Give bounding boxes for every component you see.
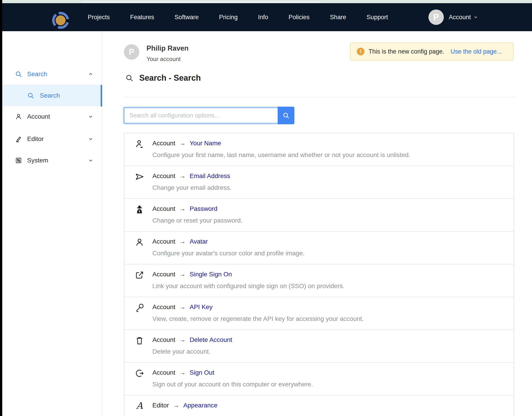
chevron-down-icon — [88, 158, 94, 163]
sidebar-item-editor[interactable]: Editor — [2, 133, 102, 144]
search-icon — [282, 112, 290, 119]
arrow-icon: → — [175, 303, 190, 311]
arrow-icon: → — [175, 172, 190, 180]
result-link[interactable]: Your Name — [190, 140, 221, 147]
main-content: P Philip Raven Your account ! This is th… — [102, 31, 532, 416]
result-description: View, create, remove or regenerate the A… — [152, 315, 364, 322]
result-link[interactable]: Password — [190, 205, 217, 212]
sidebar-item-search[interactable]: Search — [2, 69, 102, 80]
sidebar-item-account[interactable]: Account — [2, 111, 102, 122]
active-indicator-bar — [101, 85, 102, 106]
search-result-row[interactable]: Editor → Appearance — [124, 396, 514, 416]
nav-link-pricing[interactable]: Pricing — [219, 14, 238, 21]
nav-link-support[interactable]: Support — [367, 14, 388, 21]
search-icon — [125, 74, 133, 82]
result-link[interactable]: Avatar — [190, 238, 208, 245]
result-title: Account → Your Name — [152, 140, 221, 147]
chevron-down-icon — [88, 136, 94, 142]
user-icon — [15, 113, 22, 120]
app-logo-icon[interactable] — [52, 11, 70, 29]
result-link[interactable]: Appearance — [183, 402, 217, 409]
chevron-down-icon — [473, 15, 478, 20]
nav-link-software[interactable]: Software — [174, 14, 199, 21]
avatar: P — [428, 9, 444, 25]
nav-link-projects[interactable]: Projects — [88, 14, 110, 21]
arrow-icon: → — [175, 238, 190, 245]
result-description: Link your account with configured single… — [152, 283, 345, 290]
result-category: Account — [152, 140, 175, 147]
result-description: Sign out of your account on this compute… — [152, 381, 313, 388]
search-result-row[interactable]: Account → Avatar Configure your avatar's… — [124, 232, 514, 264]
search-icon — [27, 92, 34, 99]
result-description: Configure your first name, last name, us… — [152, 151, 410, 159]
result-title: Account → Sign Out — [152, 369, 214, 376]
user-minus-icon — [135, 139, 144, 149]
nav-account-label: Account — [449, 14, 471, 21]
result-title: Account → Email Address — [152, 172, 230, 180]
avatar: P — [124, 44, 139, 60]
result-description: Change your email address. — [152, 184, 232, 191]
search-result-row[interactable]: Account → Your Name Configure your first… — [124, 133, 514, 166]
sidebar-item-label: Editor — [27, 135, 88, 142]
old-page-link[interactable]: Use the old page... — [451, 48, 502, 55]
arrow-icon: → — [175, 369, 190, 376]
search-result-row[interactable]: Account → Single Sign On Link your accou… — [124, 264, 514, 297]
config-search — [124, 107, 294, 124]
nav-link-info[interactable]: Info — [258, 14, 268, 21]
letter-a-icon — [135, 401, 144, 411]
alert-text: This is the new config page. — [368, 48, 444, 55]
search-input[interactable] — [124, 108, 278, 123]
external-link-icon — [135, 270, 144, 280]
search-result-row[interactable]: Account → Password Change or reset your … — [124, 199, 514, 232]
send-icon — [135, 172, 144, 181]
nav-link-policies[interactable]: Policies — [289, 14, 310, 21]
result-title: Editor → Appearance — [152, 402, 217, 409]
window-edge — [0, 0, 2, 416]
nav-link-features[interactable]: Features — [130, 14, 155, 21]
result-link[interactable]: Delete Account — [190, 336, 232, 343]
result-link[interactable]: API Key — [190, 303, 213, 311]
divider — [124, 97, 515, 97]
sidebar-item-system[interactable]: System — [2, 155, 102, 166]
result-title: Account → API Key — [152, 303, 213, 311]
result-category: Account — [152, 303, 175, 311]
nav-link-share[interactable]: Share — [330, 14, 346, 21]
sidebar-subitem-search-active[interactable]: Search — [2, 85, 102, 106]
result-category: Account — [152, 336, 175, 343]
trash-icon — [135, 336, 144, 345]
search-result-row[interactable]: Account → Sign Out Sign out of your acco… — [124, 363, 514, 396]
config-page: ProjectsFeaturesSoftwarePricingInfoPolic… — [0, 0, 532, 416]
search-results-list: Account → Your Name Configure your first… — [124, 133, 514, 416]
result-link[interactable]: Single Sign On — [190, 271, 232, 278]
sign-out-icon — [135, 369, 144, 378]
new-config-alert: ! This is the new config page. Use the o… — [350, 42, 514, 61]
sidebar: Search Search Account Editor System — [2, 31, 102, 416]
nav-links: ProjectsFeaturesSoftwarePricingInfoPolic… — [88, 3, 388, 31]
profile-subtitle: Your account — [146, 56, 181, 63]
nav-account-menu[interactable]: P Account — [428, 3, 478, 31]
chevron-up-icon — [88, 71, 94, 77]
result-category: Account — [152, 369, 175, 376]
search-icon — [15, 70, 22, 78]
browser-chrome-strip — [2, 0, 532, 3]
result-description: Change or reset your password. — [152, 217, 242, 224]
sliders-icon — [15, 157, 22, 164]
result-link[interactable]: Email Address — [190, 172, 230, 180]
sidebar-item-label: Search — [27, 70, 88, 78]
chevron-down-icon — [88, 114, 94, 120]
result-link[interactable]: Sign Out — [190, 369, 214, 376]
result-category: Editor — [152, 402, 169, 409]
search-result-row[interactable]: Account → Email Address Change your emai… — [124, 166, 514, 199]
page-title: Search - Search — [139, 73, 201, 83]
search-result-row[interactable]: Account → API Key View, create, remove o… — [124, 297, 514, 330]
arrow-icon: → — [175, 140, 190, 147]
result-category: Account — [152, 205, 175, 212]
result-category: Account — [152, 271, 175, 278]
result-description: Delete your account. — [152, 348, 211, 355]
top-nav: ProjectsFeaturesSoftwarePricingInfoPolic… — [2, 3, 532, 31]
search-button[interactable] — [278, 107, 294, 124]
spy-icon — [135, 205, 144, 214]
arrow-icon: → — [175, 336, 190, 343]
user-icon — [135, 237, 144, 247]
search-result-row[interactable]: Account → Delete Account Delete your acc… — [124, 330, 514, 363]
